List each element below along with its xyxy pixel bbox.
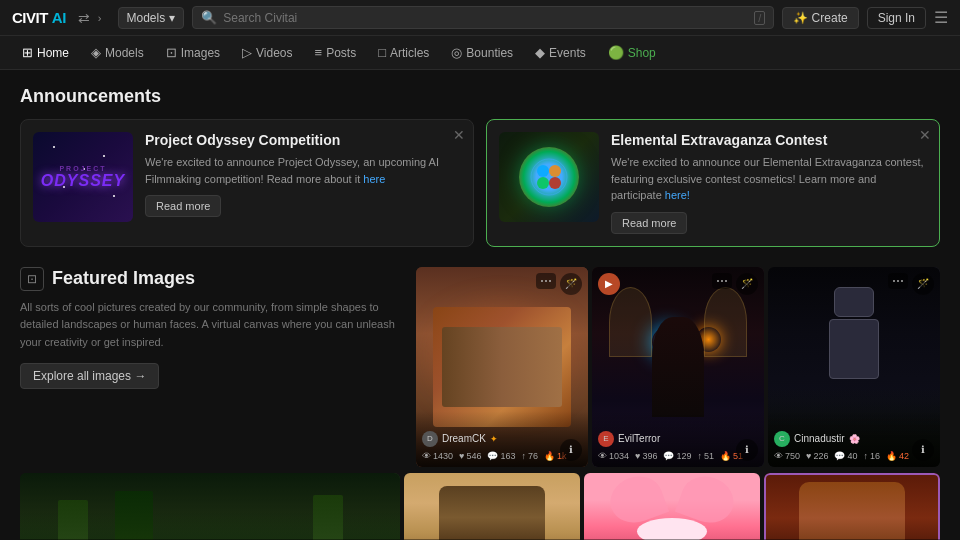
image-card-forest-wide[interactable]: 🪄 ⋯	[20, 473, 400, 541]
svg-point-1	[537, 165, 549, 177]
home-icon: ⊞	[22, 45, 33, 60]
food-stats: 👁 1430 ♥ 546 💬 163 ↑ 76 🔥 1k	[422, 451, 582, 461]
sidebar-item-videos[interactable]: ▷ Videos	[232, 41, 302, 64]
logo-civit: CIVIT	[12, 9, 48, 26]
announcement-card-odyssey: PROJECT ODYSSEY Project Odyssey Competit…	[20, 119, 474, 247]
mage-views-stat: 👁 1034	[598, 451, 629, 461]
models-dropdown[interactable]: Models ▾	[118, 7, 185, 29]
sign-in-button[interactable]: Sign In	[867, 7, 926, 29]
image-card-robot[interactable]: ⋯ 🪄 C Cinnadustir 🌸 👁 750 ♥ 226 💬 40 ↑ 1…	[768, 267, 940, 467]
robot-extra-stat: 🔥 42	[886, 451, 909, 461]
mage-card-actions: ⋯ 🪄	[712, 273, 758, 295]
image-card-hat[interactable]: 🪄 ⋯	[404, 473, 580, 541]
chevron-down-icon: ▾	[169, 11, 175, 25]
food-wand-icon[interactable]: 🪄	[560, 273, 582, 295]
robot-likes-stat: ♥ 226	[806, 451, 828, 461]
odyssey-link[interactable]: here	[363, 173, 385, 185]
subnav-home-label: Home	[37, 46, 69, 60]
odyssey-thumbnail: PROJECT ODYSSEY	[33, 132, 133, 222]
elemental-desc: We're excited to announce our Elemental …	[611, 154, 927, 204]
food-views-stat: 👁 1430	[422, 451, 453, 461]
search-bar[interactable]: 🔍 /	[192, 6, 774, 29]
image-card-pink[interactable]: 🪄 ⋯	[584, 473, 760, 541]
events-icon: ◆	[535, 45, 545, 60]
svg-point-3	[537, 177, 549, 189]
nav-arrow-icon[interactable]: ›	[98, 12, 102, 24]
robot-more-button[interactable]: ⋯	[888, 273, 908, 289]
create-button[interactable]: ✨ Create	[782, 7, 858, 29]
subnav-videos-label: Videos	[256, 46, 292, 60]
odyssey-content: Project Odyssey Competition We're excite…	[145, 132, 461, 234]
elemental-read-more-button[interactable]: Read more	[611, 212, 687, 234]
sidebar-item-articles[interactable]: □ Articles	[368, 41, 439, 64]
sidebar-item-home[interactable]: ⊞ Home	[12, 41, 79, 64]
sidebar-item-shop[interactable]: 🟢 Shop	[598, 41, 666, 64]
robot-info-icon[interactable]: ℹ	[912, 439, 934, 461]
robot-user-info: C Cinnadustir 🌸	[774, 431, 934, 447]
food-comments-stat: 💬 163	[487, 451, 515, 461]
sub-navigation: ⊞ Home ◈ Models ⊡ Images ▷ Videos ≡ Post…	[0, 36, 960, 70]
featured-title: Featured Images	[52, 268, 195, 289]
food-info-icon[interactable]: ℹ	[560, 439, 582, 461]
robot-user-avatar: C	[774, 431, 790, 447]
svg-point-2	[549, 165, 561, 177]
announcement-card-elemental: Elemental Extravaganza Contest We're exc…	[486, 119, 940, 247]
robot-comments-stat: 💬 40	[834, 451, 857, 461]
svg-point-4	[549, 177, 561, 189]
search-icon: 🔍	[201, 10, 217, 25]
image-card-mage[interactable]: ⋯ 🪄 ▶ E EvilTerror 👁 1034 ♥ 396 💬 129	[592, 267, 764, 467]
featured-images-grid: ⋯ 🪄 D DreamCK ✦ 👁 1430 ♥ 546 💬 163 ↑ 76	[416, 267, 940, 467]
search-input[interactable]	[223, 11, 748, 25]
elemental-close-button[interactable]: ✕	[919, 128, 931, 142]
robot-username: Cinnadustir	[794, 433, 845, 444]
elemental-orb	[519, 147, 579, 207]
translate-icon[interactable]: ⇄	[78, 10, 90, 26]
sidebar-item-events[interactable]: ◆ Events	[525, 41, 596, 64]
models-dropdown-label: Models	[127, 11, 166, 25]
second-row-images: 🪄 ⋯ 🪄 ⋯ 🪄 ⋯	[20, 473, 940, 541]
food-user-info: D DreamCK ✦	[422, 431, 582, 447]
subnav-articles-label: Articles	[390, 46, 429, 60]
robot-card-actions: ⋯ 🪄	[888, 273, 934, 295]
sidebar-item-images[interactable]: ⊡ Images	[156, 41, 230, 64]
sidebar-item-posts[interactable]: ≡ Posts	[305, 41, 367, 64]
elemental-link[interactable]: here!	[665, 189, 690, 201]
subnav-posts-label: Posts	[326, 46, 356, 60]
featured-desc: All sorts of cool pictures created by ou…	[20, 299, 400, 352]
images-icon: ⊡	[166, 45, 177, 60]
mage-info-icon[interactable]: ℹ	[736, 439, 758, 461]
top-navigation: CIVITAI ⇄ › Models ▾ 🔍 / ✨ Create Sign I…	[0, 0, 960, 36]
food-card-actions: ⋯ 🪄	[536, 273, 582, 295]
announcements-grid: PROJECT ODYSSEY Project Odyssey Competit…	[20, 119, 940, 247]
mage-likes-stat: ♥ 396	[635, 451, 657, 461]
food-more-button[interactable]: ⋯	[536, 273, 556, 289]
robot-wand-icon[interactable]: 🪄	[912, 273, 934, 295]
food-user-avatar: D	[422, 431, 438, 447]
logo[interactable]: CIVITAI	[12, 9, 66, 26]
robot-stats: 👁 750 ♥ 226 💬 40 ↑ 16 🔥 42	[774, 451, 934, 461]
mage-user-info: E EvilTerror	[598, 431, 758, 447]
odyssey-close-button[interactable]: ✕	[453, 128, 465, 142]
elemental-thumbnail	[499, 132, 599, 222]
hamburger-icon[interactable]: ☰	[934, 8, 948, 27]
subnav-images-label: Images	[181, 46, 220, 60]
mage-user-avatar: E	[598, 431, 614, 447]
articles-icon: □	[378, 45, 386, 60]
mage-more-button[interactable]: ⋯	[712, 273, 732, 289]
sidebar-item-bounties[interactable]: ◎ Bounties	[441, 41, 523, 64]
models-icon: ◈	[91, 45, 101, 60]
odyssey-read-more-button[interactable]: Read more	[145, 195, 221, 217]
subnav-events-label: Events	[549, 46, 586, 60]
announcements-title: Announcements	[20, 86, 940, 107]
sidebar-item-models[interactable]: ◈ Models	[81, 41, 154, 64]
subnav-bounties-label: Bounties	[466, 46, 513, 60]
robot-shares-stat: ↑ 16	[863, 451, 880, 461]
image-card-mask[interactable]: 🪄 ⋯	[764, 473, 940, 541]
mage-wand-icon[interactable]: 🪄	[736, 273, 758, 295]
explore-all-images-button[interactable]: Explore all images →	[20, 363, 159, 389]
mage-stats: 👁 1034 ♥ 396 💬 129 ↑ 51 🔥 51	[598, 451, 758, 461]
mage-playing-icon[interactable]: ▶	[598, 273, 620, 295]
mage-username: EvilTerror	[618, 433, 660, 444]
elemental-title: Elemental Extravaganza Contest	[611, 132, 927, 148]
image-card-food[interactable]: ⋯ 🪄 D DreamCK ✦ 👁 1430 ♥ 546 💬 163 ↑ 76	[416, 267, 588, 467]
